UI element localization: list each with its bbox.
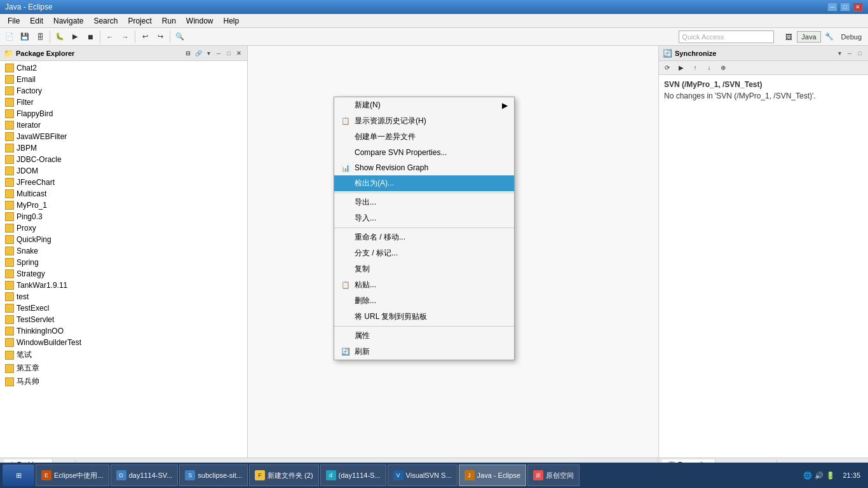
list-item[interactable]: Ping0.3 (0, 211, 247, 222)
search-button[interactable]: 🔍 (173, 30, 187, 44)
taskbar-app-subclipse[interactable]: S subclipse-sit... (179, 464, 248, 486)
list-item[interactable]: JavaWEBFilter (0, 131, 247, 142)
forward-button[interactable]: → (118, 30, 132, 44)
context-menu-item-paste[interactable]: 📋 粘贴... (334, 277, 514, 293)
context-menu-item-compare-svn[interactable]: Compare SVN Properties... (334, 145, 514, 160)
back-button[interactable]: ← (103, 30, 117, 44)
prev-edit-button[interactable]: ↩ (138, 30, 152, 44)
link-editor-button[interactable]: 🔗 (194, 49, 203, 58)
taskbar-app-java-eclipse[interactable]: J Java - Eclipse (459, 464, 526, 486)
menu-run[interactable]: Run (157, 15, 181, 27)
debug-button[interactable]: 🐛 (53, 30, 67, 44)
context-menu-item-copy[interactable]: 复制 (334, 261, 514, 277)
panel-minimize-button[interactable]: ─ (214, 49, 223, 58)
quick-access-input[interactable]: Quick Access (679, 30, 774, 43)
context-menu-item-import[interactable]: 导入... (334, 210, 514, 226)
list-item[interactable]: QuickPing (0, 234, 247, 245)
open-perspective-button[interactable]: 🖼 (782, 30, 796, 44)
list-item[interactable]: 马兵帅 (0, 375, 247, 388)
list-item[interactable]: TankWar1.9.11 (0, 280, 247, 291)
list-item[interactable]: JBPM (0, 142, 247, 154)
sync-action-2[interactable]: ▶ (675, 62, 687, 74)
context-menu-item-show-revision[interactable]: 📊 Show Revision Graph (334, 160, 514, 175)
time-display: 21:35 (837, 471, 865, 479)
list-item[interactable]: Spring (0, 257, 247, 268)
list-item[interactable]: Chat2 (0, 62, 247, 74)
taskbar-app-visual-svn[interactable]: V VisualSVN S... (388, 464, 458, 486)
list-item[interactable]: FlappyBird (0, 108, 247, 119)
list-item[interactable]: Email (0, 74, 247, 85)
context-menu-item-delete[interactable]: 删除... (334, 293, 514, 309)
list-item[interactable]: TestServlet (0, 314, 247, 325)
taskbar-app-new-folder[interactable]: F 新建文件夹 (2) (249, 464, 319, 486)
panel-maximize-button[interactable]: □ (224, 49, 233, 58)
debug-perspective-button[interactable]: Debug (837, 32, 865, 42)
sync-action-4[interactable]: ↓ (703, 62, 715, 74)
menu-file[interactable]: File (3, 15, 25, 27)
list-item[interactable]: Iterator (0, 119, 247, 131)
collapse-all-button[interactable]: ⊟ (184, 49, 193, 58)
menu-search[interactable]: Search (88, 15, 123, 27)
taskbar-app-day1114-s[interactable]: d (day1114-S... (320, 464, 386, 486)
new-button[interactable]: 📄 (3, 30, 17, 44)
panel-close-button[interactable]: ✕ (234, 49, 243, 58)
taskbar-app-eclipse-usage[interactable]: E Eclipse中使用... (36, 464, 109, 486)
list-item[interactable]: 第五章 (0, 362, 247, 375)
java-perspective-button[interactable]: Java (797, 31, 820, 43)
context-menu-item-copy-url[interactable]: 将 URL 复制到剪贴板 (334, 309, 514, 325)
list-item[interactable]: 笔试 (0, 348, 247, 362)
list-item[interactable]: test (0, 291, 247, 302)
folder-icon (5, 155, 14, 164)
context-menu-item-show-history[interactable]: 📋 显示资源历史记录(H) (334, 113, 514, 129)
stop-button[interactable]: ⏹ (83, 30, 97, 44)
minimize-button[interactable]: ─ (827, 3, 837, 11)
context-menu-item-branch[interactable]: 分支 / 标记... (334, 245, 514, 261)
menu-edit[interactable]: Edit (25, 15, 48, 27)
sync-dropdown-button[interactable]: ▾ (835, 49, 844, 58)
context-menu-item-rename[interactable]: 重命名 / 移动... (334, 229, 514, 245)
save-all-button[interactable]: 🗄 (33, 30, 47, 44)
close-button[interactable]: ✕ (853, 3, 863, 11)
taskbar-app-original-space[interactable]: 原 原创空间 (527, 464, 580, 486)
context-menu-item-refresh[interactable]: 🔄 刷新 (334, 344, 514, 360)
debug-perspective-icon[interactable]: 🔧 (822, 30, 836, 44)
list-item[interactable]: Filter (0, 97, 247, 108)
context-menu-item-checkout[interactable]: 检出为(A)... (334, 175, 514, 191)
context-menu-item-new[interactable]: 新建(N) ▶ (334, 97, 514, 113)
context-menu-separator-3 (334, 326, 514, 327)
folder-icon (5, 235, 14, 244)
list-item[interactable]: JDBC-Oracle (0, 154, 247, 165)
list-item[interactable]: Snake (0, 245, 247, 257)
menu-help[interactable]: Help (219, 15, 245, 27)
list-item[interactable]: JFreeChart (0, 177, 247, 188)
sync-action-5[interactable]: ⊕ (717, 62, 729, 74)
list-item[interactable]: Strategy (0, 268, 247, 280)
menu-window[interactable]: Window (181, 15, 219, 27)
rename-icon (341, 233, 351, 243)
start-button[interactable]: ⊞ (3, 464, 34, 486)
list-item[interactable]: Proxy (0, 222, 247, 234)
run-button[interactable]: ▶ (68, 30, 82, 44)
context-menu-item-create-diff[interactable]: 创建单一差异文件 (334, 129, 514, 145)
list-item[interactable]: MyPro_1 (0, 200, 247, 211)
list-item[interactable]: Factory (0, 85, 247, 97)
list-item[interactable]: TestExecl (0, 302, 247, 314)
context-menu-item-properties[interactable]: 属性 (334, 328, 514, 344)
list-item[interactable]: WindowBuilderTest (0, 337, 247, 348)
list-item[interactable]: ThinkingInOO (0, 325, 247, 337)
menu-project[interactable]: Project (123, 15, 156, 27)
context-menu-item-export[interactable]: 导出... (334, 194, 514, 210)
sync-minimize-button[interactable]: ─ (845, 49, 854, 58)
context-menu-item-compare-svn-label: Compare SVN Properties... (355, 148, 447, 157)
sync-action-1[interactable]: ⟳ (661, 62, 673, 74)
save-button[interactable]: 💾 (18, 30, 32, 44)
taskbar-app-day1114[interactable]: D day1114-SV... (111, 464, 179, 486)
list-item[interactable]: JDOM (0, 165, 247, 177)
panel-menu-button[interactable]: ▾ (204, 49, 213, 58)
list-item[interactable]: Multicast (0, 188, 247, 200)
menu-navigate[interactable]: Navigate (48, 15, 88, 27)
maximize-button[interactable]: □ (840, 3, 850, 11)
sync-action-3[interactable]: ↑ (689, 62, 701, 74)
next-edit-button[interactable]: ↪ (153, 30, 167, 44)
sync-maximize-button[interactable]: □ (855, 49, 864, 58)
